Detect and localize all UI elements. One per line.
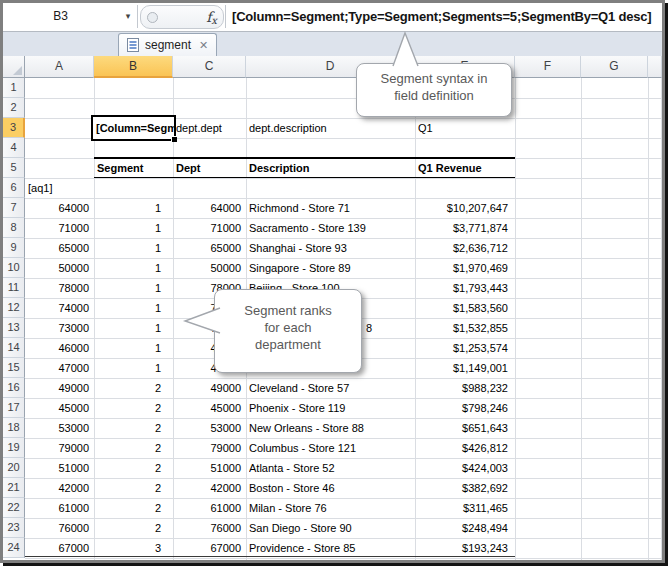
- cell-B24[interactable]: 3: [94, 538, 161, 558]
- column-header-partial[interactable]: [648, 56, 662, 78]
- row-header-24[interactable]: 24: [3, 538, 25, 558]
- cell-A17[interactable]: 45000: [25, 398, 89, 418]
- cell-C22[interactable]: 61000: [173, 498, 241, 518]
- cell-D7[interactable]: Richmond - Store 71: [249, 198, 413, 218]
- cell-B17[interactable]: 2: [94, 398, 161, 418]
- cell-B13[interactable]: 1: [94, 318, 161, 338]
- cell-B8[interactable]: 1: [94, 218, 161, 238]
- cell-A14[interactable]: 46000: [25, 338, 89, 358]
- row-header-16[interactable]: 16: [3, 378, 25, 398]
- row-header-17[interactable]: 17: [3, 398, 25, 418]
- cell-B19[interactable]: 2: [94, 438, 161, 458]
- row-header-22[interactable]: 22: [3, 498, 25, 518]
- close-tab-icon[interactable]: ✕: [197, 39, 208, 52]
- cell-E23[interactable]: $248,494: [415, 518, 508, 538]
- cell-A15[interactable]: 47000: [25, 358, 89, 378]
- cell-B22[interactable]: 2: [94, 498, 161, 518]
- column-header-G[interactable]: G: [581, 56, 648, 78]
- cell-A8[interactable]: 71000: [25, 218, 89, 238]
- selected-cell-B3[interactable]: [Column=Segment;Type=Segment;Segments=5;…: [91, 115, 176, 141]
- cell-A18[interactable]: 53000: [25, 418, 89, 438]
- cell-A10[interactable]: 50000: [25, 258, 89, 278]
- row-header-5[interactable]: 5: [3, 158, 25, 178]
- cell-C21[interactable]: 42000: [173, 478, 241, 498]
- row-header-19[interactable]: 19: [3, 438, 25, 458]
- cell-E24[interactable]: $193,243: [415, 538, 508, 558]
- cell-C7[interactable]: 64000: [173, 198, 241, 218]
- row-header-1[interactable]: 1: [3, 78, 25, 98]
- cell-E7[interactable]: $10,207,647: [415, 198, 508, 218]
- formula-input[interactable]: [Column=Segment;Type=Segment;Segments=5;…: [232, 3, 660, 30]
- insert-function-button[interactable]: fx: [206, 7, 217, 26]
- cell-E20[interactable]: $424,003: [415, 458, 508, 478]
- cell-E11[interactable]: $1,793,443: [415, 278, 508, 298]
- cell-B16[interactable]: 2: [94, 378, 161, 398]
- row-header-15[interactable]: 15: [3, 358, 25, 378]
- cell-E5[interactable]: Q1 Revenue: [418, 158, 482, 178]
- cell-E16[interactable]: $988,232: [415, 378, 508, 398]
- cell-B9[interactable]: 1: [94, 238, 161, 258]
- cell-A21[interactable]: 42000: [25, 478, 89, 498]
- cell-E13[interactable]: $1,532,855: [415, 318, 508, 338]
- cell-D22[interactable]: Milan - Store 76: [249, 498, 413, 518]
- cell-A23[interactable]: 76000: [25, 518, 89, 538]
- row-header-11[interactable]: 11: [3, 278, 25, 298]
- cell-A19[interactable]: 79000: [25, 438, 89, 458]
- cell-A20[interactable]: 51000: [25, 458, 89, 478]
- cell-A12[interactable]: 74000: [25, 298, 89, 318]
- cell-C23[interactable]: 76000: [173, 518, 241, 538]
- cell-A11[interactable]: 78000: [25, 278, 89, 298]
- cell-B5[interactable]: Segment: [97, 158, 143, 178]
- cell-E10[interactable]: $1,970,469: [415, 258, 508, 278]
- cell-D16[interactable]: Cleveland - Store 57: [249, 378, 413, 398]
- cell-D18[interactable]: New Orleans - Store 88: [249, 418, 413, 438]
- cell-A24[interactable]: 67000: [25, 538, 89, 558]
- sheet-tab-segment[interactable]: segment ✕: [118, 33, 217, 56]
- cell-C24[interactable]: 67000: [173, 538, 241, 558]
- cell-C18[interactable]: 53000: [173, 418, 241, 438]
- row-header-23[interactable]: 23: [3, 518, 25, 538]
- cell-C8[interactable]: 71000: [173, 218, 241, 238]
- cell-E8[interactable]: $3,771,874: [415, 218, 508, 238]
- cell-E9[interactable]: $2,636,712: [415, 238, 508, 258]
- row-header-4[interactable]: 4: [3, 138, 25, 158]
- cell-D9[interactable]: Shanghai - Store 93: [249, 238, 413, 258]
- cell-B7[interactable]: 1: [94, 198, 161, 218]
- cell-B12[interactable]: 1: [94, 298, 161, 318]
- cell-B20[interactable]: 2: [94, 458, 161, 478]
- cell-D13[interactable]: 8: [366, 318, 406, 338]
- cell-D8[interactable]: Sacramento - Store 139: [249, 218, 413, 238]
- row-header-9[interactable]: 9: [3, 238, 25, 258]
- cell-E15[interactable]: $1,149,001: [415, 358, 508, 378]
- cell-C19[interactable]: 79000: [173, 438, 241, 458]
- row-header-6[interactable]: 6: [3, 178, 25, 198]
- row-header-18[interactable]: 18: [3, 418, 25, 438]
- cell-C9[interactable]: 65000: [173, 238, 241, 258]
- cell-C17[interactable]: 45000: [173, 398, 241, 418]
- row-header-8[interactable]: 8: [3, 218, 25, 238]
- cell-E21[interactable]: $382,692: [415, 478, 508, 498]
- cell-C10[interactable]: 50000: [173, 258, 241, 278]
- cell-E19[interactable]: $426,812: [415, 438, 508, 458]
- cell-C16[interactable]: 49000: [173, 378, 241, 398]
- cell-E12[interactable]: $1,583,560: [415, 298, 508, 318]
- cell-B18[interactable]: 2: [94, 418, 161, 438]
- cell-A16[interactable]: 49000: [25, 378, 89, 398]
- cell-E3[interactable]: Q1: [418, 118, 433, 138]
- cell-B23[interactable]: 2: [94, 518, 161, 538]
- row-header-7[interactable]: 7: [3, 198, 25, 218]
- name-box[interactable]: B3: [3, 3, 118, 30]
- expand-formula-bar-icon[interactable]: [147, 12, 158, 23]
- cell-B10[interactable]: 1: [94, 258, 161, 278]
- cell-B11[interactable]: 1: [94, 278, 161, 298]
- cell-B15[interactable]: 1: [94, 358, 161, 378]
- column-header-F[interactable]: F: [515, 56, 581, 78]
- cell-A6[interactable]: [aq1]: [28, 178, 52, 198]
- cell-D24[interactable]: Providence - Store 85: [249, 538, 413, 558]
- row-header-20[interactable]: 20: [3, 458, 25, 478]
- cell-E17[interactable]: $798,246: [415, 398, 508, 418]
- column-header-A[interactable]: A: [25, 56, 94, 78]
- cell-E14[interactable]: $1,253,574: [415, 338, 508, 358]
- cell-B21[interactable]: 2: [94, 478, 161, 498]
- cell-C20[interactable]: 51000: [173, 458, 241, 478]
